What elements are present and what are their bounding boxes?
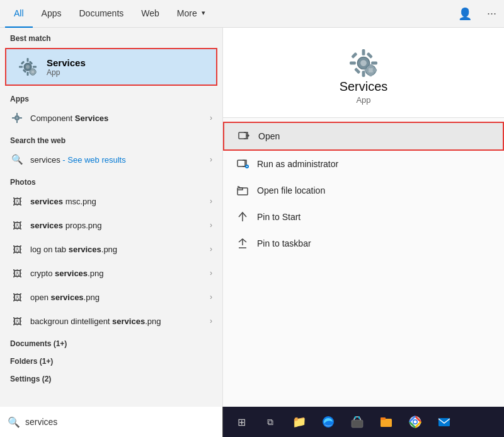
svg-rect-19 bbox=[16, 120, 18, 123]
action-open[interactable]: Open bbox=[223, 122, 504, 151]
svg-rect-5 bbox=[33, 66, 37, 68]
app-detail: Services App bbox=[223, 28, 504, 118]
chevron-photo-3: › bbox=[210, 245, 212, 253]
right-panel: Services App Open Run as administrator bbox=[223, 28, 504, 407]
chevron-photo-5: › bbox=[210, 293, 212, 301]
photo-icon-2: 🖼 bbox=[10, 218, 24, 232]
chevron-down-icon: ▾ bbox=[202, 9, 205, 17]
photo-text-2: services props.png bbox=[30, 221, 203, 230]
svg-point-1 bbox=[26, 65, 30, 69]
chevron-photo-1: › bbox=[210, 197, 212, 206]
photo-icon-5: 🖼 bbox=[10, 290, 24, 304]
file-explorer-icon[interactable]: 📁 bbox=[286, 407, 312, 437]
svg-point-33 bbox=[368, 67, 373, 73]
component-services-text: Component Services bbox=[30, 114, 203, 123]
web-section-label: Search the web bbox=[0, 130, 222, 148]
svg-rect-49 bbox=[352, 420, 363, 428]
settings-section-label: Settings (2) bbox=[0, 368, 222, 386]
chevron-icon-web: › bbox=[210, 155, 212, 164]
edge-browser-icon[interactable] bbox=[315, 407, 341, 437]
svg-rect-6 bbox=[21, 61, 25, 64]
photo-icon-1: 🖼 bbox=[10, 194, 24, 208]
chevron-photo-6: › bbox=[210, 317, 212, 325]
task-view-button[interactable]: ⊞ bbox=[228, 407, 255, 437]
svg-rect-35 bbox=[369, 73, 372, 77]
nav-right-actions: 👤 ··· bbox=[455, 4, 499, 23]
svg-rect-31 bbox=[354, 67, 360, 74]
svg-rect-38 bbox=[239, 132, 246, 139]
svg-rect-3 bbox=[27, 72, 29, 76]
taskbar-icons: ⊞ ⧉ 📁 bbox=[223, 407, 504, 437]
more-options-icon[interactable]: ··· bbox=[484, 4, 499, 23]
action-run-admin[interactable]: Run as administrator bbox=[223, 151, 504, 177]
action-pin-start-label: Pin to Start bbox=[257, 212, 301, 222]
svg-rect-28 bbox=[351, 52, 357, 59]
documents-section-label: Documents (1+) bbox=[0, 333, 222, 351]
action-pin-taskbar-label: Pin to taskbar bbox=[257, 238, 311, 248]
action-pin-taskbar[interactable]: Pin to taskbar bbox=[223, 230, 504, 257]
search-box: 🔍 bbox=[0, 407, 223, 437]
search-input[interactable] bbox=[25, 417, 215, 427]
svg-rect-40 bbox=[238, 160, 245, 166]
tab-more[interactable]: More ▾ bbox=[168, 0, 214, 28]
open-icon bbox=[237, 129, 251, 143]
svg-rect-21 bbox=[20, 117, 22, 119]
svg-rect-24 bbox=[362, 49, 365, 55]
tab-apps[interactable]: Apps bbox=[33, 0, 71, 28]
tab-all[interactable]: All bbox=[5, 0, 33, 28]
photo-item-3[interactable]: 🖼 log on tab services.png › bbox=[0, 237, 222, 261]
folders-section-label: Folders (1+) bbox=[0, 351, 222, 368]
action-list: Open Run as administrator Open file loca… bbox=[223, 118, 504, 260]
app-detail-type: App bbox=[356, 95, 370, 105]
svg-rect-36 bbox=[365, 69, 369, 71]
best-match-label: Best match bbox=[0, 28, 222, 45]
svg-rect-20 bbox=[12, 117, 14, 119]
photo-item-6[interactable]: 🖼 backgroun dintelligent services.png › bbox=[0, 309, 222, 333]
chevron-photo-2: › bbox=[210, 221, 212, 230]
photo-item-2[interactable]: 🖼 services props.png › bbox=[0, 213, 222, 237]
component-services-item[interactable]: Component Services › bbox=[0, 106, 222, 130]
apps-section-label: Apps bbox=[0, 88, 222, 106]
store-icon[interactable] bbox=[344, 407, 370, 437]
photo-text-1: services msc.png bbox=[30, 197, 203, 206]
taskbar-search-icon: 🔍 bbox=[8, 416, 20, 428]
mail-icon[interactable] bbox=[431, 407, 457, 437]
svg-rect-58 bbox=[438, 418, 450, 426]
svg-rect-30 bbox=[367, 52, 373, 59]
component-services-icon bbox=[10, 111, 24, 125]
tab-documents[interactable]: Documents bbox=[70, 0, 132, 28]
photo-item-5[interactable]: 🖼 open services.png › bbox=[0, 285, 222, 309]
photo-item-1[interactable]: 🖼 services msc.png › bbox=[0, 189, 222, 213]
photo-text-3: log on tab services.png bbox=[30, 245, 203, 254]
file-manager-icon[interactable] bbox=[373, 407, 399, 437]
main-container: Best match bbox=[0, 28, 504, 407]
action-open-location[interactable]: Open file location bbox=[223, 177, 504, 204]
svg-rect-12 bbox=[32, 68, 34, 71]
best-match-subtitle: App bbox=[47, 68, 86, 77]
svg-rect-51 bbox=[355, 416, 356, 419]
svg-point-11 bbox=[32, 71, 35, 74]
chevron-photo-4: › bbox=[210, 269, 212, 277]
svg-rect-54 bbox=[381, 417, 386, 420]
web-search-text: services - See web results bbox=[30, 155, 203, 165]
svg-rect-4 bbox=[19, 66, 23, 68]
best-match-item[interactable]: Services App bbox=[5, 48, 217, 86]
svg-point-23 bbox=[360, 60, 367, 66]
svg-point-57 bbox=[414, 421, 417, 424]
web-search-item[interactable]: 🔍 services - See web results › bbox=[0, 148, 222, 172]
photo-text-4: crypto services.png bbox=[30, 269, 203, 278]
photo-icon-6: 🖼 bbox=[10, 314, 24, 328]
task-view-icon[interactable]: ⧉ bbox=[257, 407, 284, 437]
tab-web[interactable]: Web bbox=[132, 0, 168, 28]
svg-rect-2 bbox=[27, 58, 29, 62]
svg-rect-15 bbox=[34, 71, 37, 73]
pin-start-icon bbox=[236, 210, 249, 224]
chevron-icon-1: › bbox=[210, 114, 212, 122]
left-panel: Best match bbox=[0, 28, 223, 407]
services-app-icon bbox=[16, 55, 39, 78]
web-search-icon: 🔍 bbox=[10, 153, 24, 166]
chrome-icon[interactable] bbox=[402, 407, 428, 437]
person-icon[interactable]: 👤 bbox=[455, 4, 474, 23]
photo-item-4[interactable]: 🖼 crypto services.png › bbox=[0, 261, 222, 285]
action-pin-start[interactable]: Pin to Start bbox=[223, 204, 504, 230]
